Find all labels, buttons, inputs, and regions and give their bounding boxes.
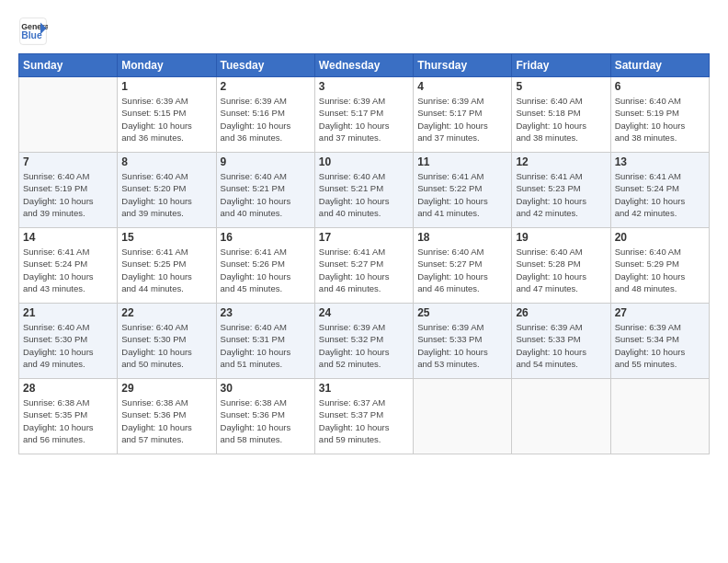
calendar-cell: 15Sunrise: 6:41 AM Sunset: 5:25 PM Dayli… xyxy=(118,228,216,304)
calendar-cell: 23Sunrise: 6:40 AM Sunset: 5:31 PM Dayli… xyxy=(216,304,314,379)
week-row-3: 14Sunrise: 6:41 AM Sunset: 5:24 PM Dayli… xyxy=(19,228,710,304)
day-info: Sunrise: 6:41 AM Sunset: 5:22 PM Dayligh… xyxy=(417,170,507,219)
logo-icon: General Blue xyxy=(18,17,48,46)
day-info: Sunrise: 6:39 AM Sunset: 5:34 PM Dayligh… xyxy=(615,321,705,370)
calendar-cell: 14Sunrise: 6:41 AM Sunset: 5:24 PM Dayli… xyxy=(19,228,118,304)
day-number: 7 xyxy=(23,155,113,168)
day-number: 19 xyxy=(516,231,606,244)
day-info: Sunrise: 6:38 AM Sunset: 5:36 PM Dayligh… xyxy=(121,396,211,445)
weekday-header-monday: Monday xyxy=(118,54,216,77)
day-info: Sunrise: 6:39 AM Sunset: 5:17 PM Dayligh… xyxy=(417,95,507,144)
weekday-header-friday: Friday xyxy=(512,54,610,77)
day-info: Sunrise: 6:40 AM Sunset: 5:31 PM Dayligh… xyxy=(221,321,311,370)
day-number: 1 xyxy=(121,80,211,93)
day-info: Sunrise: 6:41 AM Sunset: 5:27 PM Dayligh… xyxy=(319,246,409,294)
calendar-cell xyxy=(512,379,610,454)
day-number: 21 xyxy=(23,306,113,319)
calendar-cell xyxy=(610,379,709,454)
calendar-cell: 12Sunrise: 6:41 AM Sunset: 5:23 PM Dayli… xyxy=(512,153,610,228)
day-info: Sunrise: 6:41 AM Sunset: 5:24 PM Dayligh… xyxy=(23,246,113,294)
day-info: Sunrise: 6:39 AM Sunset: 5:16 PM Dayligh… xyxy=(221,95,311,144)
day-info: Sunrise: 6:40 AM Sunset: 5:29 PM Dayligh… xyxy=(615,246,705,294)
day-number: 25 xyxy=(417,306,507,319)
calendar-cell xyxy=(414,379,512,454)
day-number: 8 xyxy=(121,155,211,168)
calendar-cell: 17Sunrise: 6:41 AM Sunset: 5:27 PM Dayli… xyxy=(314,228,413,304)
day-number: 29 xyxy=(121,382,211,395)
day-info: Sunrise: 6:40 AM Sunset: 5:19 PM Dayligh… xyxy=(615,95,705,144)
day-info: Sunrise: 6:39 AM Sunset: 5:33 PM Dayligh… xyxy=(417,321,507,370)
day-number: 13 xyxy=(615,155,705,168)
calendar-cell: 27Sunrise: 6:39 AM Sunset: 5:34 PM Dayli… xyxy=(610,304,709,379)
day-info: Sunrise: 6:39 AM Sunset: 5:15 PM Dayligh… xyxy=(121,95,211,144)
day-info: Sunrise: 6:40 AM Sunset: 5:27 PM Dayligh… xyxy=(417,246,507,294)
weekday-header-row: SundayMondayTuesdayWednesdayThursdayFrid… xyxy=(19,54,710,77)
calendar-table: SundayMondayTuesdayWednesdayThursdayFrid… xyxy=(18,53,710,454)
day-number: 2 xyxy=(221,80,311,93)
day-info: Sunrise: 6:39 AM Sunset: 5:33 PM Dayligh… xyxy=(516,321,606,370)
day-number: 27 xyxy=(615,306,705,319)
day-number: 6 xyxy=(615,80,705,93)
day-number: 20 xyxy=(615,231,705,244)
week-row-5: 28Sunrise: 6:38 AM Sunset: 5:35 PM Dayli… xyxy=(19,379,710,454)
calendar-cell: 4Sunrise: 6:39 AM Sunset: 5:17 PM Daylig… xyxy=(414,77,512,153)
day-info: Sunrise: 6:41 AM Sunset: 5:23 PM Dayligh… xyxy=(516,170,606,219)
day-number: 10 xyxy=(319,155,409,168)
day-number: 30 xyxy=(221,382,311,395)
day-info: Sunrise: 6:40 AM Sunset: 5:30 PM Dayligh… xyxy=(121,321,211,370)
day-number: 18 xyxy=(417,231,507,244)
header: General Blue xyxy=(18,17,710,46)
day-number: 16 xyxy=(221,231,311,244)
calendar-cell: 6Sunrise: 6:40 AM Sunset: 5:19 PM Daylig… xyxy=(610,77,709,153)
weekday-header-thursday: Thursday xyxy=(414,54,512,77)
calendar-cell xyxy=(19,77,118,153)
calendar-cell: 19Sunrise: 6:40 AM Sunset: 5:28 PM Dayli… xyxy=(512,228,610,304)
calendar-cell: 31Sunrise: 6:37 AM Sunset: 5:37 PM Dayli… xyxy=(314,379,413,454)
day-number: 23 xyxy=(221,306,311,319)
weekday-header-sunday: Sunday xyxy=(19,54,118,77)
day-info: Sunrise: 6:40 AM Sunset: 5:19 PM Dayligh… xyxy=(23,170,113,219)
day-number: 3 xyxy=(319,80,409,93)
day-number: 15 xyxy=(121,231,211,244)
day-number: 31 xyxy=(319,382,409,395)
day-info: Sunrise: 6:41 AM Sunset: 5:24 PM Dayligh… xyxy=(615,170,705,219)
day-info: Sunrise: 6:40 AM Sunset: 5:28 PM Dayligh… xyxy=(516,246,606,294)
calendar-cell: 26Sunrise: 6:39 AM Sunset: 5:33 PM Dayli… xyxy=(512,304,610,379)
calendar-cell: 18Sunrise: 6:40 AM Sunset: 5:27 PM Dayli… xyxy=(414,228,512,304)
day-number: 24 xyxy=(319,306,409,319)
day-number: 14 xyxy=(23,231,113,244)
calendar-cell: 8Sunrise: 6:40 AM Sunset: 5:20 PM Daylig… xyxy=(118,153,216,228)
calendar-cell: 10Sunrise: 6:40 AM Sunset: 5:21 PM Dayli… xyxy=(314,153,413,228)
calendar-cell: 7Sunrise: 6:40 AM Sunset: 5:19 PM Daylig… xyxy=(19,153,118,228)
calendar-cell: 2Sunrise: 6:39 AM Sunset: 5:16 PM Daylig… xyxy=(216,77,314,153)
calendar-cell: 16Sunrise: 6:41 AM Sunset: 5:26 PM Dayli… xyxy=(216,228,314,304)
day-number: 11 xyxy=(417,155,507,168)
day-info: Sunrise: 6:40 AM Sunset: 5:21 PM Dayligh… xyxy=(221,170,311,219)
calendar-cell: 3Sunrise: 6:39 AM Sunset: 5:17 PM Daylig… xyxy=(314,77,413,153)
day-number: 26 xyxy=(516,306,606,319)
day-number: 12 xyxy=(516,155,606,168)
calendar-cell: 1Sunrise: 6:39 AM Sunset: 5:15 PM Daylig… xyxy=(118,77,216,153)
day-number: 5 xyxy=(516,80,606,93)
day-number: 22 xyxy=(121,306,211,319)
day-info: Sunrise: 6:41 AM Sunset: 5:26 PM Dayligh… xyxy=(221,246,311,294)
calendar-cell: 21Sunrise: 6:40 AM Sunset: 5:30 PM Dayli… xyxy=(19,304,118,379)
day-info: Sunrise: 6:37 AM Sunset: 5:37 PM Dayligh… xyxy=(319,396,409,445)
weekday-header-tuesday: Tuesday xyxy=(216,54,314,77)
day-number: 28 xyxy=(23,382,113,395)
day-number: 17 xyxy=(319,231,409,244)
svg-text:Blue: Blue xyxy=(21,30,42,40)
calendar-cell: 28Sunrise: 6:38 AM Sunset: 5:35 PM Dayli… xyxy=(19,379,118,454)
calendar-cell: 24Sunrise: 6:39 AM Sunset: 5:32 PM Dayli… xyxy=(314,304,413,379)
day-info: Sunrise: 6:40 AM Sunset: 5:18 PM Dayligh… xyxy=(516,95,606,144)
calendar-cell: 13Sunrise: 6:41 AM Sunset: 5:24 PM Dayli… xyxy=(610,153,709,228)
day-info: Sunrise: 6:38 AM Sunset: 5:35 PM Dayligh… xyxy=(23,396,113,445)
logo: General Blue xyxy=(18,17,48,46)
calendar-cell: 20Sunrise: 6:40 AM Sunset: 5:29 PM Dayli… xyxy=(610,228,709,304)
day-info: Sunrise: 6:40 AM Sunset: 5:30 PM Dayligh… xyxy=(23,321,113,370)
calendar-cell: 25Sunrise: 6:39 AM Sunset: 5:33 PM Dayli… xyxy=(414,304,512,379)
week-row-4: 21Sunrise: 6:40 AM Sunset: 5:30 PM Dayli… xyxy=(19,304,710,379)
day-number: 9 xyxy=(221,155,311,168)
day-info: Sunrise: 6:39 AM Sunset: 5:32 PM Dayligh… xyxy=(319,321,409,370)
week-row-1: 1Sunrise: 6:39 AM Sunset: 5:15 PM Daylig… xyxy=(19,77,710,153)
